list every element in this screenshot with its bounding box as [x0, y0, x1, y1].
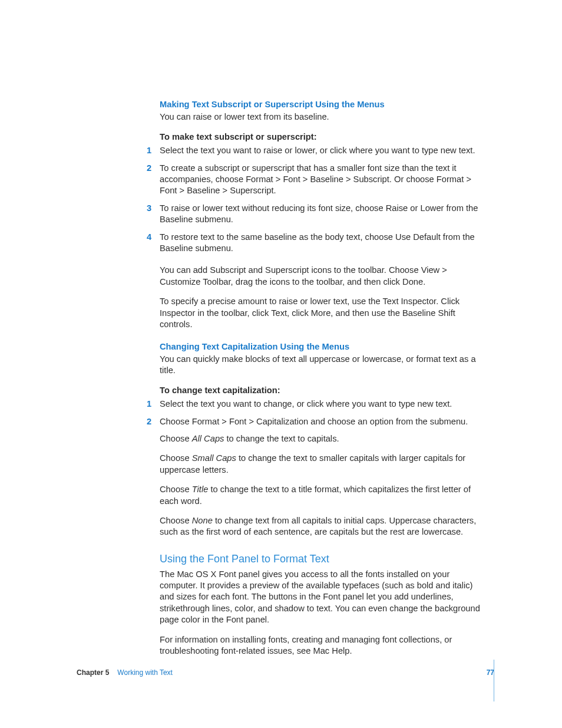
step-item: Select the text you want to change, or c…	[160, 398, 490, 410]
italic-term: Title	[192, 485, 209, 494]
chapter-title: Working with Text	[117, 668, 173, 677]
text-run: Choose	[160, 434, 192, 443]
body-paragraph: You can add Subscript and Superscript ic…	[160, 265, 490, 288]
body-paragraph: Choose None to change text from all capi…	[160, 515, 490, 538]
step-item: To restore text to the same baseline as …	[160, 232, 490, 255]
step-item: To raise or lower text without reducing …	[160, 203, 490, 226]
text-run: Choose	[160, 453, 192, 463]
italic-term: None	[192, 516, 213, 525]
body-paragraph: Choose Title to change the text to a tit…	[160, 484, 490, 507]
body-paragraph: For information on installing fonts, cre…	[160, 634, 490, 657]
step-item: To create a subscript or superscript tha…	[160, 163, 490, 197]
body-paragraph: Choose Small Caps to change the text to …	[160, 453, 490, 476]
vertical-rule	[494, 660, 494, 701]
italic-term: Small Caps	[192, 453, 236, 463]
text-run: Choose	[160, 516, 192, 525]
body-paragraph: The Mac OS X Font panel gives you access…	[160, 569, 490, 626]
chapter-number: Chapter 5	[77, 668, 109, 677]
body-paragraph: To specify a precise amount to raise or …	[160, 296, 490, 330]
procedure-heading: To make text subscript or superscript:	[160, 131, 490, 143]
text-run: Choose	[160, 485, 192, 494]
document-page: Making Text Subscript or Superscript Usi…	[0, 0, 562, 728]
page-number: 77	[487, 668, 494, 677]
step-item: Choose Format > Font > Capitalization an…	[160, 416, 490, 427]
body-paragraph: You can quickly make blocks of text all …	[160, 354, 490, 377]
body-paragraph: You can raise or lower text from its bas…	[160, 111, 490, 123]
step-item: Select the text you want to raise or low…	[160, 145, 490, 156]
subheading-subscript: Making Text Subscript or Superscript Usi…	[160, 99, 490, 110]
text-run: to change the text to capitals.	[224, 434, 339, 443]
procedure-heading: To change text capitalization:	[160, 385, 490, 396]
step-list: Select the text you want to change, or c…	[160, 398, 490, 427]
body-text-area: Making Text Subscript or Superscript Usi…	[160, 99, 490, 665]
subheading-capitalization: Changing Text Capitalization Using the M…	[160, 341, 490, 353]
footer-left: Chapter 5 Working with Text	[77, 668, 173, 677]
step-list: Select the text you want to raise or low…	[160, 145, 490, 254]
page-footer: Chapter 5 Working with Text 77	[77, 668, 494, 677]
body-paragraph: Choose All Caps to change the text to ca…	[160, 433, 490, 444]
heading-font-panel: Using the Font Panel to Format Text	[160, 552, 490, 566]
italic-term: All Caps	[192, 434, 224, 443]
